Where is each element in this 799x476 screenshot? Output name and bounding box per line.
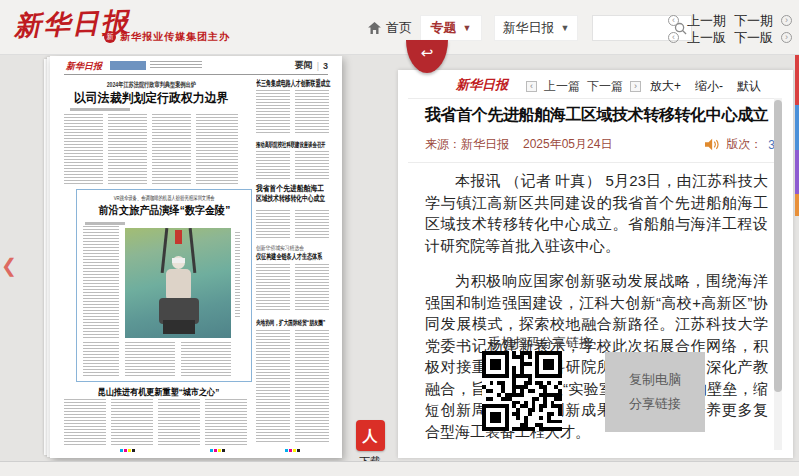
nav-paper-dropdown[interactable]: 新华日报 ▼: [494, 15, 578, 41]
edge-toolbar-orange[interactable]: [795, 194, 799, 216]
print-registration-marks: [120, 449, 135, 452]
copy-link-line2: 分享链接: [629, 392, 681, 416]
sim-text-column: [295, 330, 329, 442]
nav-topics-label: 专题: [431, 19, 457, 37]
sim-text-column: [111, 399, 153, 446]
headline-talent-ecosystem: 仪征构建全链条人才生态体系: [256, 252, 354, 262]
newspaper-page-preview[interactable]: 新华日报 要闻|3 2024年江苏法院行政审判典型案例出炉 以司法裁判划定行政权…: [50, 56, 342, 458]
article-title: 我省首个先进船舶海工区域技术转移转化中心成立: [425, 105, 775, 126]
sim-text-column: [256, 210, 290, 238]
headline-trade-circle: 央地协同，扩大国际经贸“朋友圈”: [256, 318, 361, 328]
section-name: 要闻: [295, 59, 313, 72]
prev-issue-icon[interactable]: ‹: [668, 15, 679, 26]
edge-toolbar-purple[interactable]: [795, 150, 799, 194]
sim-text-column: [64, 399, 106, 446]
sim-text-column: [64, 114, 103, 186]
nav-topics-dropdown[interactable]: 专题 ▼: [420, 15, 482, 41]
headline-symposium: 推动高职院校社科联建设座谈会召开: [256, 140, 368, 150]
edition-label: 版次：: [726, 136, 762, 153]
copy-link-line1: 复制电脑: [629, 368, 681, 392]
vr-article-headline: 前沿文旅产品演绎“数字金陵”: [79, 203, 249, 218]
vertical-scrollbar-thumb[interactable]: [774, 100, 782, 392]
edge-toolbar-red[interactable]: [795, 55, 799, 105]
next-article-icon[interactable]: ›: [630, 81, 641, 92]
article-meta: 来源： 新华日报 2025年05月24日 版次： 3: [425, 136, 775, 153]
lead-article-byline: [70, 108, 130, 111]
sim-text-column: [295, 151, 329, 181]
home-icon: [368, 22, 381, 34]
masthead-logo: 新华日报: [66, 60, 102, 73]
next-page-button[interactable]: 下一版: [734, 29, 773, 47]
nav-home[interactable]: 首页: [368, 19, 412, 37]
horizontal-scrollbar-track[interactable]: [0, 461, 799, 476]
lead-article-kicker: 2024年江苏法院行政审判典型案例出炉: [64, 80, 238, 90]
sim-text-column: [108, 114, 147, 186]
search-input[interactable]: [593, 16, 669, 40]
speaker-icon[interactable]: [705, 138, 720, 151]
sim-text-column: [83, 226, 119, 338]
vr-article-kicker: VR跳伞设备、会调咖啡的机器人纷纷亮相深圳文博会: [79, 194, 249, 203]
prev-article-icon[interactable]: ‹: [526, 81, 537, 92]
sim-text-column: [181, 342, 231, 378]
prev-page-icon[interactable]: ‹: [668, 32, 679, 43]
chevron-down-icon: ▼: [561, 23, 570, 33]
source-label: 来源：: [425, 136, 461, 153]
brand-emblem-icon: 新: [104, 31, 116, 43]
page-number: 3: [323, 61, 328, 71]
edge-toolbar-blue[interactable]: [795, 105, 799, 150]
masthead-info-box: [110, 61, 146, 70]
prev-article-button[interactable]: 上一篇: [544, 78, 580, 95]
divider: [408, 162, 776, 163]
top-header-bar: 新华日报 新 新华报业传媒集团主办 首页 专题 ▼ 新华日报 ▼ ‹ 上一期 下…: [0, 0, 799, 55]
sim-text-column: [125, 342, 175, 378]
headline-current-article[interactable]: 我省首个先进船舶海工 区域技术转移转化中心成立: [256, 184, 352, 204]
headline-ic-alliance: 长三角集成电路人才创新联盟成立: [256, 78, 376, 89]
source-value: 新华日报: [461, 136, 509, 153]
next-issue-icon[interactable]: ›: [781, 15, 792, 26]
sim-text-column: [295, 264, 329, 312]
sim-text-column: [295, 210, 329, 238]
qr-caption: 手机扫码分享链接: [488, 334, 592, 352]
sim-text-column: [256, 90, 290, 134]
sim-text-column: [256, 330, 290, 442]
prev-page-arrow[interactable]: ❮: [1, 254, 17, 277]
sim-text-column: [295, 90, 329, 134]
nav-home-label: 首页: [386, 19, 412, 37]
sim-text-column: [158, 399, 200, 446]
zoom-out-button[interactable]: 缩小-: [695, 78, 723, 95]
prev-page-button[interactable]: 上一版: [687, 29, 726, 47]
prev-issue-button[interactable]: 上一期: [687, 12, 726, 30]
next-issue-button[interactable]: 下一期: [734, 12, 773, 30]
print-registration-marks: [210, 449, 225, 452]
sim-text-column: [196, 114, 238, 186]
organizer-text: 新华报业传媒集团主办: [120, 30, 230, 44]
divider: [408, 98, 776, 99]
sim-text-column: [83, 342, 119, 378]
print-registration-marks: [285, 449, 300, 452]
next-page-icon[interactable]: ›: [781, 32, 792, 43]
vr-article-byline: [85, 222, 125, 225]
vr-article-box: VR跳伞设备、会调咖啡的机器人纷纷亮相深圳文博会 前沿文旅产品演绎“数字金陵”: [76, 189, 252, 382]
sim-text-column: [256, 264, 290, 312]
zoom-default-button[interactable]: 默认: [737, 78, 761, 95]
pdf-icon: 人: [356, 420, 385, 451]
zoom-in-button[interactable]: 放大+: [650, 78, 681, 95]
article-reader-panel: 新华日报 ‹ 上一篇 下一篇 › 放大+ 缩小- 默认 我省首个先进船舶海工区域…: [398, 70, 793, 458]
copy-share-link-button[interactable]: 复制电脑 分享链接: [605, 352, 705, 432]
return-to-paper-button[interactable]: ↩: [406, 40, 448, 73]
issue-page-pager: ‹ 上一期 下一期 › ‹ 上一版 下一版 ›: [668, 12, 792, 46]
sim-text-column: [256, 151, 290, 181]
masthead-info-lines: [150, 61, 202, 70]
reader-logo: 新华日报: [456, 76, 508, 94]
sim-text-column: [152, 114, 191, 186]
page-section-label: 要闻|3: [295, 59, 328, 72]
next-article-button[interactable]: 下一篇: [587, 78, 623, 95]
photo-caption-vertical: [235, 232, 240, 318]
headline-kunshan: 昆山推进有机更新重塑“城市之心”: [64, 386, 252, 399]
newspaper-photo: [125, 228, 231, 338]
publish-date: 2025年05月24日: [523, 136, 612, 153]
sim-text-column: [205, 399, 247, 446]
qr-code: [482, 351, 562, 431]
reader-toolbar: 新华日报 ‹ 上一篇 下一篇 › 放大+ 缩小- 默认: [398, 70, 793, 98]
article-paragraph: 本报讯 （记者 叶真） 5月23日，由江苏科技大学与镇江高新区共同建设的我省首个…: [425, 170, 768, 256]
